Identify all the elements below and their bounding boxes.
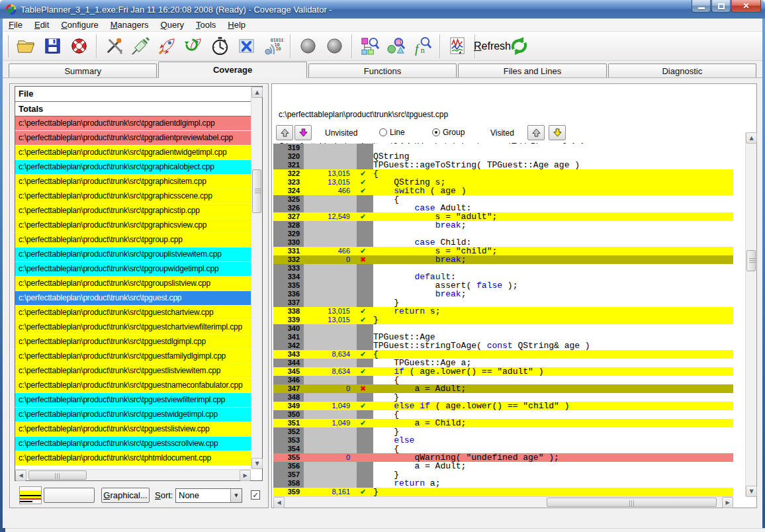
- code-line-353[interactable]: 353 else: [273, 436, 733, 445]
- trace-button[interactable]: 010101010: [259, 33, 286, 60]
- sort-combobox[interactable]: None ▼: [175, 488, 242, 503]
- scroll-down-icon[interactable]: ▼: [746, 486, 757, 497]
- tab-functions[interactable]: Functions: [308, 64, 457, 77]
- radio-line[interactable]: Line: [379, 128, 405, 137]
- help-button[interactable]: [66, 33, 92, 60]
- file-list-vscroll-thumb[interactable]: [252, 169, 261, 213]
- radio-line-circle[interactable]: [379, 128, 387, 136]
- menu-managers[interactable]: Managers: [105, 19, 155, 31]
- code-line-342[interactable]: 342TPGuest::stringToAge( const QString& …: [273, 341, 733, 350]
- code-line-338[interactable]: 33813,015✔ return s;: [273, 307, 733, 316]
- find-class-button[interactable]: [356, 33, 382, 60]
- file-row[interactable]: c:\perfecttableplan\product\trunk\src\tp…: [15, 320, 251, 335]
- menu-query[interactable]: Query: [155, 19, 190, 31]
- code-line-357[interactable]: 357 }: [273, 470, 733, 479]
- menu-help[interactable]: Help: [222, 19, 251, 31]
- code-line-347[interactable]: 3470✖ a = Adult;: [273, 384, 733, 393]
- close-button[interactable]: ✕: [731, 0, 761, 13]
- prev-unvisited-button[interactable]: [276, 125, 293, 140]
- tab-coverage[interactable]: Coverage: [158, 62, 306, 78]
- file-row[interactable]: c:\perfecttableplan\product\trunk\src\tp…: [15, 131, 251, 146]
- refresh-button[interactable]: [44, 488, 95, 503]
- graph-button[interactable]: [444, 33, 471, 60]
- file-row[interactable]: c:\perfecttableplan\product\trunk\src\tp…: [15, 262, 251, 277]
- scroll-left-icon[interactable]: ◀: [273, 497, 285, 508]
- radio-group-circle[interactable]: [432, 128, 440, 136]
- menu-tools[interactable]: Tools: [190, 19, 222, 31]
- save-button[interactable]: [39, 33, 66, 60]
- inject-button[interactable]: [127, 33, 154, 60]
- file-row[interactable]: c:\perfecttableplan\product\trunk\src\tp…: [15, 422, 251, 437]
- minimize-button[interactable]: [692, 0, 711, 13]
- next-visited-button[interactable]: [549, 125, 566, 140]
- code-line-335[interactable]: 335 assert( false );: [273, 281, 733, 290]
- code-line-322[interactable]: 32213,015✔{: [273, 169, 733, 178]
- code-line-331[interactable]: 331466✔ s = "child";: [273, 247, 733, 255]
- code-line-358[interactable]: 358 return a;: [273, 479, 733, 488]
- next-unvisited-button[interactable]: [294, 125, 312, 140]
- scroll-right-icon[interactable]: ▶: [722, 497, 733, 508]
- code-vscrollbar[interactable]: ▲ ▼: [745, 132, 756, 497]
- combo-dropdown-icon[interactable]: ▼: [230, 489, 242, 502]
- code-line-339[interactable]: 33913,015✔}: [273, 316, 733, 324]
- code-line-325[interactable]: 325 {: [273, 195, 733, 204]
- tab-summary[interactable]: Summary: [9, 64, 157, 77]
- file-list-vscrollbar[interactable]: ▲ ▼: [251, 87, 262, 469]
- file-list-hscrollbar[interactable]: ◀ ▶: [15, 469, 251, 480]
- tab-files-and-lines[interactable]: Files and Lines: [458, 64, 606, 77]
- code-line-328[interactable]: 328 break;: [273, 221, 733, 230]
- file-row[interactable]: c:\perfecttableplan\product\trunk\src\tp…: [15, 189, 251, 204]
- launch-button[interactable]: [154, 33, 180, 60]
- relaunch-button[interactable]: [180, 33, 206, 60]
- find-function-button[interactable]: fn: [409, 33, 435, 60]
- code-line-323[interactable]: 32313,015✔ QString s;: [273, 178, 733, 187]
- file-row[interactable]: c:\perfecttableplan\product\trunk\src\tp…: [15, 175, 251, 189]
- file-row[interactable]: c:\perfecttableplan\product\trunk\src\tp…: [15, 160, 251, 175]
- file-row[interactable]: c:\perfecttableplan\product\trunk\src\tp…: [15, 306, 251, 320]
- filter-checkbox[interactable]: ✓: [251, 490, 260, 500]
- code-line-330[interactable]: 330 case Child:: [273, 238, 733, 247]
- menu-configure[interactable]: Configure: [55, 19, 104, 31]
- menu-edit[interactable]: Edit: [28, 19, 55, 31]
- code-line-345[interactable]: 3458,634✔ if ( age.lower() == "adult" ): [273, 367, 733, 376]
- file-row[interactable]: c:\perfecttableplan\product\trunk\src\tp…: [15, 378, 251, 393]
- code-line-321[interactable]: 321TPGuest::ageToString( TPGuest::Age ag…: [273, 161, 733, 169]
- file-row[interactable]: c:\perfecttableplan\product\trunk\src\tp…: [15, 437, 251, 451]
- code-line-343[interactable]: 3438,634✔{: [273, 350, 733, 359]
- file-row[interactable]: c:\perfecttableplan\product\trunk\src\tp…: [15, 335, 251, 349]
- prev-visited-button[interactable]: [527, 125, 545, 140]
- toolbar-grip[interactable]: [7, 35, 9, 58]
- code-line-350[interactable]: 350 {: [273, 410, 733, 419]
- file-list-header[interactable]: File: [15, 87, 251, 102]
- sphere-right-button[interactable]: [321, 33, 347, 60]
- refresh-button[interactable]: Refresh: [479, 33, 506, 60]
- file-row[interactable]: c:\perfecttableplan\product\trunk\src\tp…: [15, 233, 251, 247]
- file-row[interactable]: c:\perfecttableplan\product\trunk\src\tp…: [15, 451, 251, 466]
- code-hscrollbar[interactable]: ◀ ▶: [273, 496, 733, 508]
- abort-button[interactable]: [233, 33, 259, 60]
- file-row[interactable]: c:\perfecttableplan\product\trunk\src\tp…: [15, 364, 251, 378]
- file-row[interactable]: c:\perfecttableplan\product\trunk\src\tp…: [15, 218, 251, 233]
- code-line-333[interactable]: 333: [273, 264, 733, 273]
- refresh-all-button[interactable]: [506, 33, 532, 60]
- file-list-hscroll-thumb[interactable]: [28, 470, 87, 480]
- sphere-left-button[interactable]: [294, 33, 321, 60]
- code-line-346[interactable]: 346 {: [273, 376, 733, 384]
- code-line-319[interactable]: 319: [273, 144, 733, 152]
- scroll-down-icon[interactable]: ▼: [251, 458, 263, 469]
- find-shapes-button[interactable]: [382, 33, 409, 60]
- tools-button[interactable]: [101, 33, 127, 60]
- title-bar[interactable]: TablePlanner_3_1_1.exe:Fri Jan 11 16:20:…: [0, 0, 765, 19]
- code-line-355[interactable]: 3550 qWarning( "undefined age" );: [273, 453, 733, 462]
- file-list-totals[interactable]: Totals: [15, 102, 251, 116]
- file-row[interactable]: c:\perfecttableplan\product\trunk\src\tp…: [15, 349, 251, 364]
- scroll-right-icon[interactable]: ▶: [240, 470, 251, 481]
- open-folder-button[interactable]: [13, 33, 39, 60]
- stopwatch-button[interactable]: [206, 33, 233, 60]
- code-line-349[interactable]: 3491,049✔ else if ( age.lower() == "chil…: [273, 402, 733, 410]
- file-row[interactable]: c:\perfecttableplan\product\trunk\src\tp…: [15, 393, 251, 408]
- radio-group[interactable]: Group: [432, 128, 465, 137]
- tab-diagnostic[interactable]: Diagnostic: [608, 64, 756, 77]
- code-line-336[interactable]: 336 break;: [273, 290, 733, 298]
- code-hscroll-thumb[interactable]: [547, 498, 717, 507]
